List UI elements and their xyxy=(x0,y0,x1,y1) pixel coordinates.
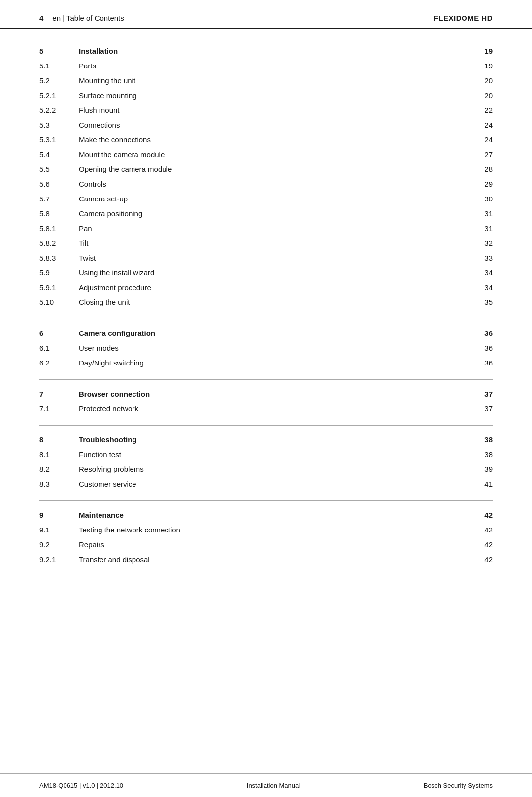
toc-item-page: 39 xyxy=(473,464,493,475)
toc-item-page: 38 xyxy=(473,449,493,461)
toc-section-header: 7 Browser connection 37 xyxy=(39,387,493,401)
toc-item-title: Controls xyxy=(79,178,473,190)
page-footer: AM18-Q0615 | v1.0 | 2012.10 Installation… xyxy=(0,773,532,797)
toc-row: 9.2 Repairs 42 xyxy=(39,537,493,552)
toc-item-number: 5.4 xyxy=(39,149,79,161)
page-container: 4 en | Table of Contents FLEXIDOME HD 5 … xyxy=(0,0,532,797)
toc-item-page: 34 xyxy=(473,282,493,294)
toc-section-title: Installation xyxy=(79,45,473,57)
toc-item-number: 8.3 xyxy=(39,478,79,490)
toc-row: 5.2.2 Flush mount 22 xyxy=(39,103,493,118)
toc-item-number: 6.2 xyxy=(39,357,79,369)
footer-center: Installation Manual xyxy=(247,782,300,789)
toc-section-page: 19 xyxy=(473,45,493,57)
toc-item-number: 5.10 xyxy=(39,297,79,308)
toc-item-number: 7.1 xyxy=(39,403,79,415)
toc-row: 5.8.1 Pan 31 xyxy=(39,221,493,236)
toc-item-title: Parts xyxy=(79,60,473,72)
toc-section-title: Maintenance xyxy=(79,509,473,521)
toc-item-title: Camera set-up xyxy=(79,193,473,205)
header-left: 4 en | Table of Contents xyxy=(39,14,124,22)
section-separator xyxy=(39,425,493,426)
toc-item-title: Closing the unit xyxy=(79,297,473,308)
toc-section-header: 9 Maintenance 42 xyxy=(39,508,493,523)
toc-item-page: 37 xyxy=(473,403,493,415)
toc-row: 5.8.2 Tilt 32 xyxy=(39,236,493,251)
toc-item-number: 8.1 xyxy=(39,449,79,461)
toc-item-page: 36 xyxy=(473,357,493,369)
section-separator xyxy=(39,319,493,319)
toc-section-number: 7 xyxy=(39,388,79,400)
toc-row: 7.1 Protected network 37 xyxy=(39,401,493,416)
toc-row: 5.1 Parts 19 xyxy=(39,59,493,73)
toc-row: 5.3 Connections 24 xyxy=(39,118,493,133)
toc-row: 5.8 Camera positioning 31 xyxy=(39,206,493,221)
toc-row: 9.1 Testing the network connection 42 xyxy=(39,523,493,537)
toc-item-number: 5.1 xyxy=(39,60,79,72)
toc-row: 5.2 Mounting the unit 20 xyxy=(39,73,493,88)
toc-item-page: 31 xyxy=(473,208,493,220)
toc-row: 5.2.1 Surface mounting 20 xyxy=(39,88,493,103)
toc-item-title: Opening the camera module xyxy=(79,164,473,175)
toc-row: 5.7 Camera set-up 30 xyxy=(39,192,493,206)
toc-item-number: 5.3 xyxy=(39,119,79,131)
toc-section-page: 42 xyxy=(473,509,493,521)
toc-item-number: 5.2 xyxy=(39,75,79,87)
toc-item-page: 20 xyxy=(473,90,493,101)
section-separator xyxy=(39,500,493,501)
toc-item-number: 5.8.3 xyxy=(39,252,79,264)
toc-item-page: 31 xyxy=(473,223,493,234)
toc-section-title: Camera configuration xyxy=(79,328,473,339)
toc-row: 8.2 Resolving problems 39 xyxy=(39,462,493,477)
section-separator xyxy=(39,379,493,380)
toc-item-title: Pan xyxy=(79,223,473,234)
toc-section-header: 6 Camera configuration 36 xyxy=(39,326,493,341)
toc-item-title: Twist xyxy=(79,252,473,264)
footer-right: Bosch Security Systems xyxy=(424,782,493,789)
toc-item-page: 42 xyxy=(473,539,493,551)
toc-section-title: Troubleshooting xyxy=(79,434,473,446)
toc-item-page: 42 xyxy=(473,554,493,565)
toc-section-header: 5 Installation 19 xyxy=(39,44,493,59)
toc-row: 8.1 Function test 38 xyxy=(39,447,493,462)
toc-item-title: Surface mounting xyxy=(79,90,473,101)
toc-row: 9.2.1 Transfer and disposal 42 xyxy=(39,552,493,567)
toc-item-title: Tilt xyxy=(79,237,473,249)
toc-row: 5.8.3 Twist 33 xyxy=(39,251,493,266)
header-section: en | Table of Contents xyxy=(52,14,124,22)
toc-item-number: 5.2.1 xyxy=(39,90,79,101)
toc-content: 5 Installation 19 5.1 Parts 19 5.2 Mount… xyxy=(0,29,532,773)
toc-item-page: 27 xyxy=(473,149,493,161)
toc-item-title: Protected network xyxy=(79,403,473,415)
toc-item-title: User modes xyxy=(79,342,473,354)
toc-section-page: 38 xyxy=(473,434,493,446)
toc-item-number: 5.8.1 xyxy=(39,223,79,234)
footer-left: AM18-Q0615 | v1.0 | 2012.10 xyxy=(39,782,123,789)
toc-item-page: 42 xyxy=(473,524,493,536)
toc-item-number: 8.2 xyxy=(39,464,79,475)
toc-section-page: 36 xyxy=(473,328,493,339)
toc-row: 5.9.1 Adjustment procedure 34 xyxy=(39,280,493,295)
toc-item-number: 5.5 xyxy=(39,164,79,175)
toc-item-page: 35 xyxy=(473,297,493,308)
toc-item-number: 5.2.2 xyxy=(39,104,79,116)
page-header: 4 en | Table of Contents FLEXIDOME HD xyxy=(0,0,532,29)
toc-row: 5.3.1 Make the connections 24 xyxy=(39,133,493,147)
toc-item-number: 5.9.1 xyxy=(39,282,79,294)
toc-item-number: 5.3.1 xyxy=(39,134,79,146)
toc-item-title: Testing the network connection xyxy=(79,524,473,536)
toc-item-page: 41 xyxy=(473,478,493,490)
toc-item-page: 33 xyxy=(473,252,493,264)
toc-item-title: Flush mount xyxy=(79,104,473,116)
toc-item-page: 28 xyxy=(473,164,493,175)
toc-item-title: Using the install wizard xyxy=(79,267,473,279)
toc-item-number: 6.1 xyxy=(39,342,79,354)
toc-section-header: 8 Troubleshooting 38 xyxy=(39,432,493,447)
toc-item-title: Customer service xyxy=(79,478,473,490)
toc-item-title: Function test xyxy=(79,449,473,461)
toc-row: 6.1 User modes 36 xyxy=(39,341,493,356)
toc-row: 5.9 Using the install wizard 34 xyxy=(39,266,493,280)
toc-item-title: Camera positioning xyxy=(79,208,473,220)
toc-item-page: 24 xyxy=(473,119,493,131)
toc-item-title: Connections xyxy=(79,119,473,131)
